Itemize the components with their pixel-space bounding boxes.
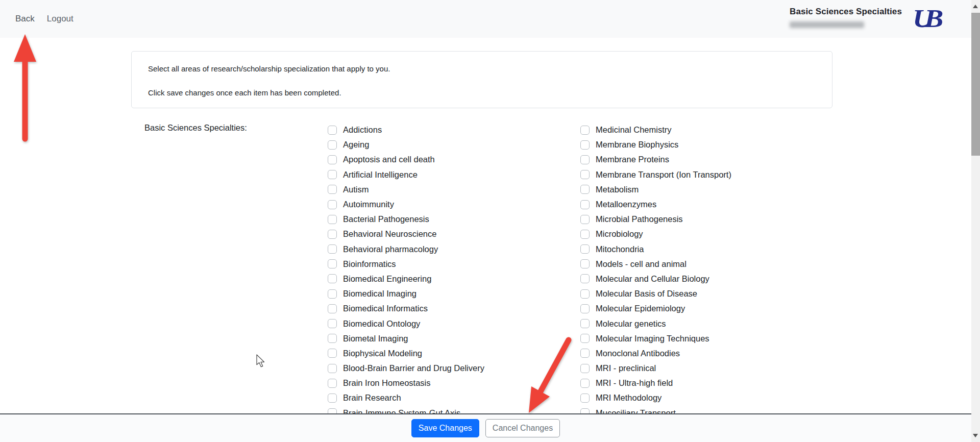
specialty-checkbox[interactable] — [580, 155, 590, 164]
specialty-option[interactable]: Molecular genetics — [580, 316, 833, 331]
specialty-checkbox[interactable] — [580, 319, 590, 328]
specialty-option[interactable]: Addictions — [328, 122, 580, 137]
specialty-label[interactable]: Membrane Proteins — [596, 155, 669, 164]
specialty-option[interactable]: MRI Methodology — [580, 390, 833, 405]
specialty-label[interactable]: Blood-Brain Barrier and Drug Delivery — [343, 363, 484, 373]
specialty-checkbox[interactable] — [580, 215, 590, 224]
specialty-checkbox[interactable] — [580, 364, 590, 373]
specialty-checkbox[interactable] — [580, 289, 590, 299]
specialty-option[interactable]: Biomedical Ontology — [328, 316, 580, 331]
specialty-label[interactable]: Bacterial Pathogenesis — [343, 214, 429, 224]
specialty-checkbox[interactable] — [580, 274, 590, 283]
specialty-label[interactable]: Mitochondria — [596, 244, 644, 254]
vertical-scrollbar[interactable] — [971, 0, 980, 442]
specialty-option[interactable]: Biometal Imaging — [328, 331, 580, 346]
specialty-option[interactable]: Membrane Proteins — [580, 152, 833, 167]
specialty-label[interactable]: Biomedical Engineering — [343, 274, 431, 284]
specialty-checkbox[interactable] — [580, 244, 590, 254]
specialty-label[interactable]: Molecular Imaging Techniques — [596, 334, 709, 343]
specialty-label[interactable]: Molecular genetics — [596, 319, 666, 329]
specialty-label[interactable]: Biometal Imaging — [343, 334, 408, 343]
specialty-checkbox[interactable] — [580, 200, 590, 209]
specialty-checkbox[interactable] — [580, 185, 590, 194]
specialty-label[interactable]: Ageing — [343, 140, 369, 150]
specialty-label[interactable]: MRI Methodology — [596, 393, 662, 403]
specialty-checkbox[interactable] — [328, 379, 337, 388]
specialty-label[interactable]: Biophysical Modeling — [343, 349, 422, 358]
specialty-checkbox[interactable] — [328, 244, 337, 254]
specialty-checkbox[interactable] — [328, 230, 337, 239]
scrollbar-thumb[interactable] — [971, 13, 980, 156]
specialty-option[interactable]: Mitochondria — [580, 242, 833, 257]
specialty-label[interactable]: Molecular Epidemiology — [596, 304, 685, 313]
specialty-option[interactable]: Bioinformatics — [328, 257, 580, 272]
specialty-label[interactable]: Microbial Pathogenesis — [596, 214, 683, 224]
specialty-label[interactable]: Models - cell and animal — [596, 259, 687, 269]
specialty-checkbox[interactable] — [580, 170, 590, 179]
specialty-label[interactable]: Brain Research — [343, 393, 401, 403]
specialty-option[interactable]: Membrane Biophysics — [580, 137, 833, 152]
specialty-checkbox[interactable] — [328, 155, 337, 164]
specialty-checkbox[interactable] — [328, 274, 337, 283]
scroll-up-arrow-icon[interactable] — [973, 5, 978, 8]
specialty-label[interactable]: Monoclonal Antibodies — [596, 349, 680, 358]
specialty-checkbox[interactable] — [580, 394, 590, 403]
specialty-option[interactable]: Biomedical Imaging — [328, 286, 580, 301]
specialty-checkbox[interactable] — [580, 379, 590, 388]
specialty-label[interactable]: Metalloenzymes — [596, 200, 656, 209]
specialty-label[interactable]: Brain Iron Homeostasis — [343, 378, 431, 388]
specialty-checkbox[interactable] — [328, 140, 337, 150]
specialty-checkbox[interactable] — [328, 215, 337, 224]
specialty-option[interactable]: Brain Iron Homeostasis — [328, 376, 580, 390]
specialty-checkbox[interactable] — [580, 334, 590, 343]
specialty-checkbox[interactable] — [580, 126, 590, 135]
specialty-option[interactable]: Metalloenzymes — [580, 197, 833, 212]
back-link[interactable]: Back — [15, 14, 35, 24]
specialty-checkbox[interactable] — [328, 394, 337, 403]
specialty-label[interactable]: Artificial Intelligence — [343, 170, 418, 180]
specialty-label[interactable]: MRI - preclinical — [596, 363, 656, 373]
specialty-checkbox[interactable] — [580, 349, 590, 358]
specialty-label[interactable]: Autism — [343, 185, 369, 194]
specialty-option[interactable]: Artificial Intelligence — [328, 167, 580, 182]
specialty-option[interactable]: MRI - preclinical — [580, 361, 833, 376]
specialty-label[interactable]: Membrane Biophysics — [596, 140, 678, 150]
specialty-label[interactable]: Metabolism — [596, 185, 639, 194]
specialty-checkbox[interactable] — [328, 170, 337, 179]
specialty-checkbox[interactable] — [328, 334, 337, 343]
specialty-option[interactable]: Blood-Brain Barrier and Drug Delivery — [328, 361, 580, 376]
specialty-option[interactable]: Microbial Pathogenesis — [580, 212, 833, 227]
specialty-checkbox[interactable] — [328, 319, 337, 328]
cancel-changes-button[interactable]: Cancel Changes — [485, 419, 560, 437]
specialty-checkbox[interactable] — [580, 259, 590, 268]
specialty-label[interactable]: Biomedical Imaging — [343, 289, 416, 299]
specialty-option[interactable]: Behavioral Neuroscience — [328, 227, 580, 241]
specialty-label[interactable]: Behavioral pharmacology — [343, 244, 438, 254]
specialty-checkbox[interactable] — [328, 289, 337, 299]
specialty-checkbox[interactable] — [328, 349, 337, 358]
specialty-option[interactable]: Molecular Basis of Disease — [580, 286, 833, 301]
specialty-option[interactable]: Biophysical Modeling — [328, 346, 580, 361]
specialty-label[interactable]: Microbiology — [596, 229, 643, 239]
specialty-checkbox[interactable] — [328, 200, 337, 209]
specialty-option[interactable]: Ageing — [328, 137, 580, 152]
logout-link[interactable]: Logout — [47, 14, 74, 24]
specialty-checkbox[interactable] — [328, 364, 337, 373]
specialty-label[interactable]: Addictions — [343, 125, 382, 135]
specialty-label[interactable]: Biomedical Ontology — [343, 319, 420, 329]
specialty-label[interactable]: Medicinal Chemistry — [596, 125, 672, 135]
specialty-option[interactable]: Autism — [328, 182, 580, 197]
specialty-checkbox[interactable] — [580, 140, 590, 150]
specialty-option[interactable]: Apoptosis and cell death — [328, 152, 580, 167]
specialty-checkbox[interactable] — [328, 185, 337, 194]
specialty-label[interactable]: Membrane Transport (Ion Transport) — [596, 170, 731, 180]
specialty-label[interactable]: Bioinformatics — [343, 259, 396, 269]
specialty-option[interactable]: Models - cell and animal — [580, 257, 833, 272]
specialty-label[interactable]: Biomedical Informatics — [343, 304, 428, 313]
specialty-option[interactable]: Bacterial Pathogenesis — [328, 212, 580, 227]
specialty-checkbox[interactable] — [328, 259, 337, 268]
specialty-option[interactable]: Biomedical Engineering — [328, 272, 580, 286]
specialty-label[interactable]: Behavioral Neuroscience — [343, 229, 436, 239]
specialty-option[interactable]: Membrane Transport (Ion Transport) — [580, 167, 833, 182]
specialty-label[interactable]: Autoimmunity — [343, 200, 394, 209]
